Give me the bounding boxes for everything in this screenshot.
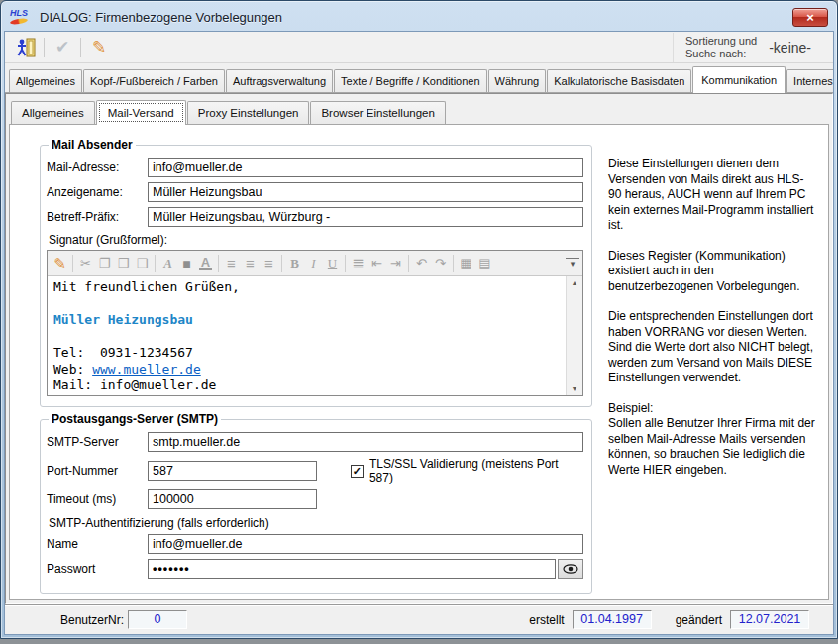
editor-toolbar-separator	[218, 255, 219, 272]
anzeigename-label: Anzeigename:	[47, 185, 148, 199]
checkmark-icon: ✓	[353, 466, 362, 477]
signature-scrollbar[interactable]: ▲ ▼	[566, 276, 582, 395]
tab-texte-begriffe-konditionen[interactable]: Texte / Begriffe / Konditionen	[334, 69, 486, 92]
font-icon[interactable]: A	[158, 257, 177, 269]
tab-kopf-fussbereich-farben[interactable]: Kopf-/Fußbereich / Farben	[83, 69, 225, 92]
align-left-icon[interactable]: ≡	[222, 256, 241, 270]
dialog-window: HLS DIALOG: Firmenbezogene Vorbelegungen…	[0, 0, 838, 639]
outdent-icon[interactable]: ⇤	[367, 257, 386, 269]
properties-icon[interactable]: ▤	[475, 257, 494, 269]
sort-search-box: Sortierung und Suche nach: -keine-	[673, 33, 825, 62]
signature-company: Müller Heizungsbau	[53, 312, 560, 329]
redo-icon[interactable]: ↷	[431, 257, 450, 269]
copy-icon[interactable]: ❐	[95, 257, 114, 269]
tab-kommunikation[interactable]: Kommunikation	[692, 66, 786, 93]
tls-checkbox[interactable]: ✓	[351, 465, 364, 478]
indent-icon[interactable]: ⇥	[386, 257, 405, 269]
auth-name-row: Name	[47, 534, 583, 554]
help-paragraph-1: Diese Einstellungen dienen dem Versenden…	[608, 157, 816, 234]
align-right-icon[interactable]: ≡	[260, 256, 278, 270]
subtab-proxy-einstellungen[interactable]: Proxy Einstellungen	[187, 101, 310, 124]
smtp-server-input[interactable]	[148, 432, 583, 452]
port-input[interactable]	[148, 461, 317, 481]
mail-label: Mail:	[53, 377, 100, 392]
exit-button[interactable]	[13, 35, 39, 60]
align-center-icon[interactable]: ≡	[241, 256, 260, 270]
edit-button[interactable]: ✎	[86, 35, 112, 60]
tab-waehrung[interactable]: Währung	[488, 69, 547, 92]
main-tab-strip: Allgemeines Kopf-/Fußbereich / Farben Au…	[5, 63, 833, 93]
mail-adresse-input[interactable]	[148, 158, 583, 177]
tel-value: 0931-1234567	[100, 345, 193, 360]
password-input[interactable]	[148, 559, 556, 579]
timeout-label: Timeout (ms)	[47, 492, 148, 506]
editor-toolbar-separator	[281, 255, 282, 272]
betreff-praefix-input[interactable]	[148, 207, 583, 227]
main-toolbar: ✔ ✎ Sortierung und Suche nach: -keine-	[5, 32, 833, 63]
anzeigename-input[interactable]	[148, 182, 583, 202]
mail-adresse-label: Mail-Adresse:	[47, 161, 148, 174]
close-button[interactable]: ×	[792, 8, 828, 27]
editor-toolbar-separator	[408, 255, 409, 272]
mail-versand-panel: Mail Absender Mail-Adresse: Anzeigename:…	[9, 124, 829, 600]
scroll-down-icon[interactable]: ▼	[572, 385, 578, 392]
font-color-icon[interactable]: A	[199, 256, 212, 270]
sort-search-label: Sortierung und Suche nach:	[685, 35, 757, 60]
app-logo-text: HLS	[10, 9, 34, 18]
signature-mail-line: Mail: info@mueller.de	[53, 377, 560, 394]
tab-allgemeines[interactable]: Allgemeines	[9, 69, 82, 92]
tls-checkbox-row: ✓ TLS/SSL Validierung (meistens Port 587…	[351, 457, 583, 484]
benutzernr-label: BenutzerNr:	[60, 613, 124, 627]
auth-name-input[interactable]	[148, 534, 583, 554]
sort-label-line2: Suche nach:	[685, 48, 746, 59]
bullet-list-icon[interactable]: ≣	[349, 256, 367, 270]
editor-toolbar-separator	[72, 255, 73, 272]
sort-search-value[interactable]: -keine-	[769, 40, 811, 55]
signature-text[interactable]: Mit freundlichen Grüßen, Müller Heizungs…	[48, 276, 566, 395]
paste-special-icon[interactable]: ❑	[133, 257, 152, 269]
close-icon: ×	[806, 11, 814, 24]
geaendert-label: geändert	[676, 613, 722, 627]
tab-kalkulatorische-basisdaten[interactable]: Kalkulatorische Basisdaten	[547, 69, 691, 92]
signature-web-line: Web: www.mueller.de	[53, 362, 560, 378]
image-icon[interactable]: ▦	[457, 257, 475, 269]
subtab-allgemeines[interactable]: Allgemeines	[11, 101, 95, 124]
underline-icon[interactable]: U	[323, 257, 342, 269]
signatur-label: Signatur (Grußformel):	[49, 233, 583, 247]
betreff-praefix-row: Betreff-Präfix:	[47, 207, 583, 227]
smtp-server-row: SMTP-Server	[47, 432, 583, 452]
web-label: Web:	[53, 362, 92, 376]
cut-icon[interactable]: ✂	[76, 257, 95, 269]
edit-pencil-icon[interactable]: ✎	[51, 256, 69, 270]
mail-value: info@mueller.de	[100, 377, 216, 392]
paste-icon[interactable]: ❒	[114, 257, 133, 269]
tab-auftragsverwaltung[interactable]: Auftragsverwaltung	[226, 69, 333, 92]
timeout-input[interactable]	[148, 489, 317, 509]
smtp-group: Postausgangs-Server (SMTP) SMTP-Server P…	[40, 419, 592, 594]
sub-tab-strip: Allgemeines Mail-Versand Proxy Einstellu…	[9, 98, 829, 124]
port-label: Port-Nummer	[47, 464, 148, 478]
signature-editor: ✎ ✂ ❐ ❒ ❑ A ■ A ≡	[47, 250, 583, 396]
signature-editor-toolbar: ✎ ✂ ❐ ❒ ❑ A ■ A ≡	[48, 251, 582, 276]
status-dates: erstellt 01.04.1997 geändert 12.07.2021	[529, 610, 809, 629]
tab-internes[interactable]: Internes	[786, 69, 834, 92]
scroll-up-icon[interactable]: ▲	[572, 279, 578, 286]
subtab-browser-einstellungen[interactable]: Browser Einstellungen	[310, 101, 445, 124]
bold-icon[interactable]: B	[285, 257, 304, 269]
help-column: Diese Einstellungen dienen dem Versenden…	[592, 133, 822, 593]
mail-absender-group: Mail Absender Mail-Adresse: Anzeigename:…	[40, 145, 592, 407]
show-password-button[interactable]	[558, 559, 583, 579]
signature-blank-line	[53, 329, 560, 346]
web-link[interactable]: www.mueller.de	[92, 362, 201, 376]
smtp-group-title: Postausgangs-Server (SMTP)	[49, 412, 221, 426]
confirm-button[interactable]: ✔	[50, 35, 75, 60]
title-bar[interactable]: HLS DIALOG: Firmenbezogene Vorbelegungen…	[4, 4, 834, 31]
toolbar-overflow-icon[interactable]: ▾	[566, 258, 579, 268]
italic-icon[interactable]: I	[304, 257, 323, 269]
password-row: Passwort	[47, 559, 583, 579]
signature-blank-line	[53, 296, 560, 313]
undo-icon[interactable]: ↶	[412, 257, 431, 269]
fill-color-icon[interactable]: ■	[177, 257, 196, 270]
toolbar-separator	[44, 38, 45, 57]
subtab-mail-versand[interactable]: Mail-Versand	[96, 100, 186, 125]
